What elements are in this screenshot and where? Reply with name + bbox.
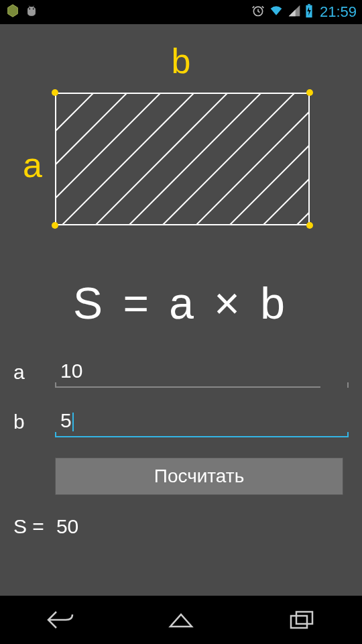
app-notification-icon [5, 3, 20, 21]
svg-point-2 [33, 8, 34, 9]
svg-line-14 [263, 93, 310, 225]
corner-dot [306, 89, 313, 96]
recent-apps-button[interactable] [275, 606, 328, 633]
battery-icon [305, 3, 313, 21]
svg-line-10 [129, 93, 261, 225]
svg-line-8 [62, 93, 194, 225]
svg-line-9 [95, 93, 228, 225]
android-debug-icon [24, 3, 39, 21]
input-a[interactable] [55, 357, 320, 388]
signal-icon [288, 4, 301, 21]
diagram-area: b a [13, 44, 349, 246]
alarm-icon [251, 4, 265, 21]
calculate-button[interactable]: Посчитать [55, 458, 343, 495]
home-button[interactable] [154, 606, 208, 633]
svg-line-11 [162, 93, 295, 225]
input-label-b: b [13, 411, 35, 433]
rectangle-diagram [55, 93, 310, 225]
status-time: 21:59 [320, 3, 357, 21]
svg-rect-5 [308, 3, 310, 5]
corner-dot [52, 89, 58, 96]
svg-line-12 [196, 93, 310, 225]
formula-text: S = a × b [13, 278, 349, 329]
input-b[interactable]: 5 [55, 407, 349, 437]
corner-dot [306, 222, 313, 229]
result-value: 50 [56, 515, 78, 538]
corner-dot [52, 222, 58, 229]
svg-line-16 [55, 93, 127, 225]
navigation-bar [0, 596, 362, 644]
input-label-a: a [13, 361, 35, 384]
svg-rect-19 [291, 616, 307, 628]
svg-point-1 [29, 8, 30, 9]
status-bar: 21:59 [0, 0, 362, 24]
diagram-label-b: b [172, 41, 191, 81]
diagram-label-a: a [23, 145, 42, 185]
svg-rect-20 [296, 612, 312, 624]
back-button[interactable] [34, 606, 87, 633]
result-label: S = [13, 515, 44, 538]
wifi-icon [269, 4, 284, 21]
svg-marker-0 [8, 4, 18, 16]
